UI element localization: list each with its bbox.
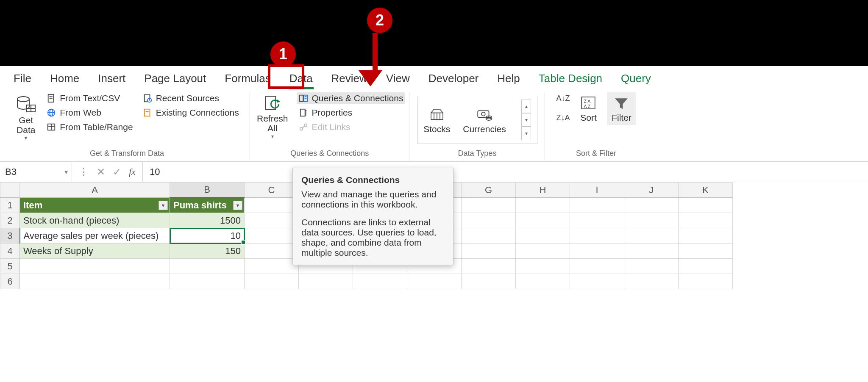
ribbon-tabs: File Home Insert Page Layout Formulas Da… [0, 66, 868, 90]
col-header-C[interactable]: C [245, 183, 299, 198]
callout-2: 2 [367, 8, 392, 33]
database-icon [16, 94, 36, 114]
queries-connections-button[interactable]: Queries & Connections [297, 92, 405, 104]
sort-desc-icon: Z↓A [558, 113, 568, 123]
col-header-A[interactable]: A [20, 183, 170, 198]
sort-asc-icon: A↓Z [558, 93, 568, 103]
enter-icon[interactable]: ✓ [113, 166, 121, 178]
existing-connections-button[interactable]: Existing Connections [141, 107, 241, 119]
data-types-gallery[interactable]: Stocks Currencies ▴▾▾ [417, 96, 537, 144]
table-range-icon [46, 122, 56, 132]
svg-point-24 [305, 110, 306, 111]
svg-text:Z A: Z A [584, 99, 591, 104]
svg-point-0 [17, 97, 29, 102]
tab-page-layout[interactable]: Page Layout [141, 70, 209, 89]
cell-A3[interactable]: Average sales per week (pieces) [20, 228, 170, 244]
chevron-down-icon[interactable]: ▼ [63, 169, 69, 175]
filter-icon [611, 95, 632, 112]
group-label-sort-filter: Sort & Filter [576, 147, 616, 160]
filter-dropdown-icon[interactable]: ▼ [233, 201, 242, 210]
cell-B2[interactable]: 1500 [170, 213, 245, 228]
row-header-6[interactable]: 6 [0, 274, 20, 289]
row-header-4[interactable]: 4 [0, 244, 20, 259]
col-header-G[interactable]: G [462, 183, 516, 198]
from-table-range-button[interactable]: From Table/Range [45, 121, 134, 133]
stocks-button[interactable]: Stocks [423, 105, 450, 134]
ribbon-body: Get Data ▾ From Text/CSV From Web From T… [0, 90, 868, 162]
dots-icon: ⋮ [79, 166, 89, 177]
svg-rect-15 [144, 109, 150, 116]
tab-file[interactable]: File [10, 70, 35, 89]
cancel-icon[interactable]: ✕ [97, 166, 105, 178]
tooltip-title: Queries & Connections [301, 175, 445, 185]
cell-B4[interactable]: 150 [170, 244, 245, 259]
callout-1: 1 [270, 42, 296, 67]
tooltip-body-2: Connections are links to external data s… [301, 217, 445, 258]
name-box[interactable]: B3 ▼ [0, 162, 72, 182]
row-header-2[interactable]: 2 [0, 213, 20, 228]
globe-icon [46, 108, 56, 118]
tab-view[interactable]: View [383, 70, 413, 89]
data-tab-highlight-box [268, 64, 304, 89]
group-data-types: Stocks Currencies ▴▾▾ Data Types [409, 92, 545, 161]
group-queries-connections: Refresh All ▾ Queries & Connections Prop… [250, 92, 409, 161]
group-sort-filter: A↓Z Z↓A Z AA Z Sort Filter Sort & Filter [545, 92, 647, 161]
stocks-icon [427, 105, 447, 123]
tab-home[interactable]: Home [47, 70, 83, 89]
cell-A4[interactable]: Weeks of Supply [20, 244, 170, 259]
col-header-H[interactable]: H [516, 183, 570, 198]
cell-C1[interactable] [245, 198, 299, 213]
svg-rect-26 [300, 127, 302, 130]
currencies-button[interactable]: Currencies [463, 105, 506, 134]
group-label-data-types: Data Types [458, 147, 497, 160]
refresh-all-button[interactable]: Refresh All ▾ [254, 92, 291, 141]
recent-icon [142, 93, 153, 103]
insert-function-button[interactable]: fx [129, 166, 136, 177]
cell-B3[interactable]: 10 [170, 228, 245, 244]
from-text-csv-button[interactable]: From Text/CSV [45, 92, 134, 104]
tooltip-body-1: View and manage the queries and connecti… [301, 189, 445, 210]
cell-A2[interactable]: Stock on-hand (pieces) [20, 213, 170, 228]
sort-desc-button[interactable]: Z↓A [556, 112, 570, 124]
svg-rect-27 [304, 124, 306, 127]
formula-input[interactable]: 10 [143, 162, 868, 182]
svg-marker-18 [277, 100, 280, 102]
tab-help[interactable]: Help [494, 70, 523, 89]
tab-query[interactable]: Query [618, 70, 654, 89]
top-black-band [0, 0, 868, 66]
refresh-icon [262, 94, 283, 113]
existing-connections-icon [142, 108, 153, 118]
edit-links-icon [298, 122, 309, 132]
svg-rect-19 [299, 95, 303, 102]
from-web-button[interactable]: From Web [45, 107, 134, 119]
filter-dropdown-icon[interactable]: ▼ [159, 201, 168, 210]
properties-icon [298, 108, 309, 118]
recent-sources-button[interactable]: Recent Sources [141, 92, 241, 104]
get-data-button[interactable]: Get Data ▾ [13, 92, 39, 143]
currencies-icon [474, 105, 495, 123]
group-label-queries: Queries & Connections [290, 147, 369, 160]
col-header-K[interactable]: K [679, 183, 733, 198]
row-header-5[interactable]: 5 [0, 259, 20, 274]
svg-rect-23 [300, 109, 305, 116]
queries-connections-tooltip: Queries & Connections View and manage th… [292, 168, 453, 265]
col-header-J[interactable]: J [624, 183, 679, 198]
row-header-1[interactable]: 1 [0, 198, 20, 213]
tab-table-design[interactable]: Table Design [535, 70, 606, 89]
tab-insert[interactable]: Insert [95, 70, 129, 89]
cell-A1[interactable]: Item▼ [20, 198, 170, 213]
sort-asc-button[interactable]: A↓Z [556, 92, 570, 104]
cell-B1[interactable]: Puma shirts▼ [170, 198, 245, 213]
svg-point-33 [481, 112, 485, 116]
tab-developer[interactable]: Developer [425, 70, 482, 89]
sort-dialog-icon: Z AA Z [578, 94, 598, 112]
row-header-3[interactable]: 3 [0, 228, 20, 244]
sort-button[interactable]: Z AA Z Sort [576, 92, 601, 124]
col-header-I[interactable]: I [570, 183, 624, 198]
data-types-scroll[interactable]: ▴▾▾ [521, 100, 531, 140]
properties-button[interactable]: Properties [297, 107, 405, 119]
select-all-corner[interactable] [0, 183, 20, 198]
col-header-B[interactable]: B [170, 183, 245, 198]
filter-button[interactable]: Filter [607, 92, 636, 125]
tab-formulas[interactable]: Formulas [221, 70, 274, 89]
